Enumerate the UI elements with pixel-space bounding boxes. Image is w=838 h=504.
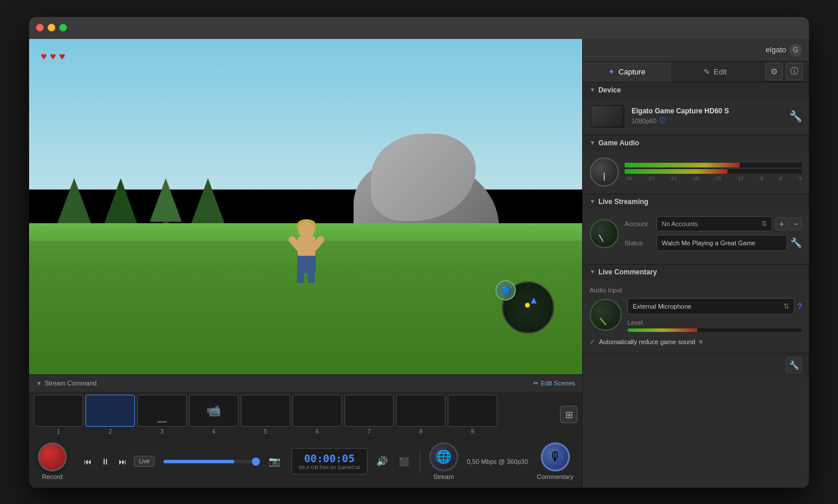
add-account-button[interactable]: + bbox=[775, 217, 788, 230]
progress-bar[interactable] bbox=[163, 460, 258, 463]
ls-knob-indicator bbox=[598, 234, 604, 241]
tree-top bbox=[150, 178, 182, 222]
device-image bbox=[590, 105, 625, 128]
wrench-icon: 🔧 bbox=[789, 360, 799, 370]
lc-knob[interactable] bbox=[590, 299, 622, 331]
transport-controls: ⏮ ⏸ ⏭ Live bbox=[81, 455, 155, 469]
status-row: Status Watch Me Playing a Great Game 🔧 bbox=[625, 235, 802, 251]
bottom-tool-button[interactable]: 🔧 bbox=[786, 357, 802, 373]
info-button[interactable]: ⓘ bbox=[786, 63, 803, 80]
char-arm-left bbox=[287, 235, 304, 253]
thumb-img-9[interactable] bbox=[448, 395, 497, 427]
meter-fill-2 bbox=[625, 169, 728, 174]
game-item-1: 🔵 bbox=[495, 280, 516, 301]
minimize-button[interactable] bbox=[48, 24, 55, 31]
meter-bars bbox=[625, 163, 802, 174]
device-resolution: 1080p60 ⓘ bbox=[632, 116, 782, 125]
scene-thumb-9[interactable]: 9 bbox=[448, 395, 497, 435]
tab-edit[interactable]: ✎ Edit bbox=[671, 62, 759, 82]
audio-meter-container: -36 -27 -21 -18 -15 -12 -9 -6 -3 bbox=[590, 158, 802, 187]
edit-icon: ✏ bbox=[533, 380, 539, 387]
tab-bar: ✦ Capture ✎ Edit ⚙ ⓘ bbox=[583, 62, 809, 83]
device-wrench-button[interactable]: 🔧 bbox=[789, 110, 802, 123]
char-arm-right bbox=[309, 235, 326, 253]
checkbox-icon[interactable]: ✓ bbox=[590, 338, 595, 346]
dot-indicator bbox=[699, 340, 703, 344]
scene-thumb-2[interactable]: 2 bbox=[85, 395, 135, 435]
thumb-img-4[interactable] bbox=[189, 395, 238, 427]
stream-button[interactable]: 🌐 bbox=[429, 442, 458, 471]
screenshot-button[interactable]: 📷 bbox=[266, 453, 283, 469]
scene-thumb-7[interactable]: 7 bbox=[344, 395, 394, 435]
audio-input-select-row: External Microphone ⇅ ? bbox=[627, 298, 802, 314]
thumb-img-2[interactable] bbox=[85, 395, 135, 427]
thumb-img-1[interactable] bbox=[34, 395, 83, 427]
help-icon[interactable]: ? bbox=[797, 302, 802, 311]
left-panel: ♥ ♥ ♥ bbox=[29, 39, 582, 488]
close-button[interactable] bbox=[36, 24, 44, 31]
thumb-img-7[interactable] bbox=[344, 395, 394, 427]
status-field[interactable]: Watch Me Playing a Great Game bbox=[657, 235, 787, 251]
scene-thumb-4[interactable]: 4 bbox=[189, 395, 238, 435]
scene-thumb-8[interactable]: 8 bbox=[396, 395, 445, 435]
game-scene: ♥ ♥ ♥ bbox=[29, 39, 582, 374]
scene-thumb-3[interactable]: ▬▬ 3 bbox=[137, 395, 187, 435]
device-info-icon[interactable]: ⓘ bbox=[659, 116, 666, 125]
char-pants bbox=[297, 256, 316, 273]
scene-thumb-6[interactable]: 6 bbox=[293, 395, 342, 435]
scene-thumb-1[interactable]: 1 bbox=[34, 395, 83, 435]
audio-input-select[interactable]: External Microphone ⇅ bbox=[627, 298, 794, 314]
play-pause-button[interactable]: ⏸ bbox=[99, 455, 112, 469]
device-section-title: Device bbox=[598, 86, 621, 94]
streaming-wrench-button[interactable]: 🔧 bbox=[790, 237, 802, 248]
thumb-img-5[interactable] bbox=[241, 395, 290, 427]
record-button[interactable] bbox=[38, 442, 67, 471]
char-leg-right bbox=[308, 271, 315, 283]
char-legs bbox=[297, 271, 315, 283]
meter-label-2: -27 bbox=[647, 176, 654, 181]
bitrate-display: 0,50 Mbps @ 360p30 bbox=[467, 458, 528, 465]
volume-icon[interactable]: 🔊 bbox=[376, 456, 388, 467]
account-select[interactable]: No Accounts ⇅ bbox=[657, 216, 772, 231]
meter-label-4: -18 bbox=[691, 176, 699, 181]
rewind-button[interactable]: ⏮ bbox=[81, 455, 94, 469]
fast-forward-button[interactable]: ⏭ bbox=[116, 455, 129, 469]
microphone-icon: 🎙 bbox=[549, 449, 562, 464]
settings-button[interactable]: ⚙ bbox=[765, 63, 783, 80]
ls-knob[interactable] bbox=[590, 219, 619, 248]
game-audio-title: Game Audio bbox=[598, 139, 639, 147]
thumb-img-3[interactable]: ▬▬ bbox=[137, 395, 187, 427]
commentary-button[interactable]: 🎙 bbox=[541, 442, 570, 471]
add-scene-button[interactable]: ⊞ bbox=[560, 406, 577, 423]
fullscreen-button[interactable]: ⬛ bbox=[397, 455, 411, 469]
thumb-num-2: 2 bbox=[109, 428, 112, 435]
edit-scenes-label: Edit Scenes bbox=[541, 380, 575, 387]
live-commentary-content: Audio Input External Microphone ⇅ bbox=[583, 280, 809, 353]
live-streaming-section: ▼ Live Streaming Account No Accounts bbox=[583, 194, 809, 264]
auto-reduce-label: Automatically reduce game sound bbox=[599, 338, 696, 345]
add-remove-buttons: + − bbox=[775, 217, 802, 230]
info-icon: ⓘ bbox=[790, 66, 798, 77]
thumb-num-7: 7 bbox=[368, 428, 371, 435]
meter-label-7: -9 bbox=[758, 176, 763, 181]
maximize-button[interactable] bbox=[59, 24, 67, 31]
thumb-img-6[interactable] bbox=[293, 395, 342, 427]
scene-thumb-5[interactable]: 5 bbox=[241, 395, 290, 435]
level-row: Level bbox=[627, 319, 802, 332]
audio-knob[interactable] bbox=[590, 158, 619, 187]
stream-section: 🌐 Stream bbox=[429, 442, 458, 480]
tab-actions: ⚙ ⓘ bbox=[759, 62, 809, 82]
live-streaming-header: ▼ Live Streaming bbox=[583, 194, 809, 209]
meter-label-1: -36 bbox=[625, 176, 632, 181]
live-streaming-content: Account No Accounts ⇅ + − bbox=[583, 209, 809, 264]
live-button[interactable]: Live bbox=[134, 456, 155, 467]
remove-account-button[interactable]: − bbox=[789, 217, 802, 230]
commentary-label: Commentary bbox=[537, 473, 573, 480]
edit-scenes-button[interactable]: ✏ Edit Scenes bbox=[533, 380, 575, 387]
sky bbox=[29, 39, 582, 190]
thumb-num-1: 1 bbox=[57, 428, 60, 435]
thumb-img-8[interactable] bbox=[396, 395, 445, 427]
account-value: No Accounts bbox=[662, 220, 698, 227]
tab-capture[interactable]: ✦ Capture bbox=[583, 62, 671, 82]
device-arrow: ▼ bbox=[590, 87, 595, 93]
